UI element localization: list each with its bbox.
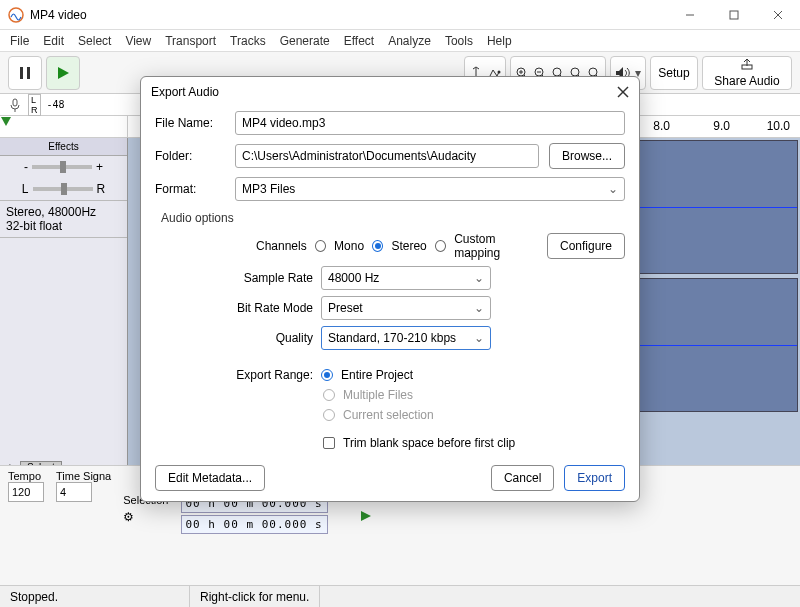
- ruler-tick: 8.0: [653, 119, 670, 133]
- svg-rect-5: [20, 67, 23, 79]
- filename-input[interactable]: [235, 111, 625, 135]
- svg-point-0: [9, 8, 23, 22]
- setup-label: Setup: [658, 66, 689, 80]
- svg-point-17: [553, 68, 561, 76]
- audio-options-label: Audio options: [161, 211, 625, 225]
- channels-label: Channels: [215, 239, 307, 253]
- menu-generate[interactable]: Generate: [280, 34, 330, 48]
- meter-value: -48: [47, 99, 65, 110]
- radio-current-selection: [323, 409, 335, 421]
- timesig-input[interactable]: [56, 482, 92, 502]
- radio-custom[interactable]: [435, 240, 446, 252]
- selection-end-time[interactable]: 00 h 00 m 00.000 s: [181, 515, 328, 534]
- radio-multiple-files: [323, 389, 335, 401]
- radio-stereo[interactable]: [372, 240, 383, 252]
- edit-metadata-button[interactable]: Edit Metadata...: [155, 465, 265, 491]
- track-panel[interactable]: Effects - + L R Stereo, 48000Hz 32-bit f…: [0, 138, 128, 478]
- format-label: Format:: [155, 182, 225, 196]
- mini-play-icon[interactable]: [360, 510, 372, 522]
- play-button[interactable]: [46, 56, 80, 90]
- maximize-button[interactable]: [712, 0, 756, 30]
- svg-marker-26: [361, 511, 371, 521]
- gear-icon[interactable]: ⚙: [123, 510, 134, 524]
- menu-view[interactable]: View: [125, 34, 151, 48]
- quality-select[interactable]: Standard, 170-210 kbps ⌄: [321, 326, 491, 350]
- folder-input[interactable]: [235, 144, 539, 168]
- share-audio-button[interactable]: Share Audio: [702, 56, 792, 90]
- audio-setup-button[interactable]: Setup: [650, 56, 698, 90]
- export-button[interactable]: Export: [564, 465, 625, 491]
- chevron-down-icon: ⌄: [474, 301, 484, 315]
- svg-marker-7: [58, 67, 69, 79]
- pan-slider[interactable]: L R: [0, 178, 127, 200]
- ruler-tick: 9.0: [713, 119, 730, 133]
- dialog-title: Export Audio: [151, 85, 219, 99]
- menubar: File Edit Select View Transport Tracks G…: [0, 30, 800, 52]
- status-right: Right-click for menu.: [190, 586, 320, 607]
- radio-mono[interactable]: [315, 240, 326, 252]
- menu-select[interactable]: Select: [78, 34, 111, 48]
- svg-rect-24: [13, 99, 17, 106]
- audio-clip-right[interactable]: [628, 278, 798, 412]
- close-button[interactable]: [756, 0, 800, 30]
- quality-label: Quality: [215, 331, 313, 345]
- audio-clip-left[interactable]: [628, 140, 798, 274]
- titlebar: MP4 video: [0, 0, 800, 30]
- mic-icon[interactable]: [8, 98, 22, 112]
- svg-rect-2: [730, 11, 738, 19]
- status-left: Stopped.: [0, 586, 190, 607]
- meter-lr: LR: [28, 94, 41, 116]
- effects-header[interactable]: Effects: [0, 138, 127, 156]
- playhead-icon[interactable]: [0, 116, 12, 128]
- menu-edit[interactable]: Edit: [43, 34, 64, 48]
- status-bar: Stopped. Right-click for menu.: [0, 585, 800, 607]
- radio-entire-project[interactable]: [321, 369, 333, 381]
- share-icon: [740, 58, 754, 70]
- bitratemode-label: Bit Rate Mode: [215, 301, 313, 315]
- menu-analyze[interactable]: Analyze: [388, 34, 431, 48]
- minimize-button[interactable]: [668, 0, 712, 30]
- menu-transport[interactable]: Transport: [165, 34, 216, 48]
- tempo-input[interactable]: [8, 482, 44, 502]
- share-label: Share Audio: [714, 74, 779, 88]
- menu-help[interactable]: Help: [487, 34, 512, 48]
- menu-effect[interactable]: Effect: [344, 34, 374, 48]
- export-audio-dialog: Export Audio File Name: Folder: Browse..…: [140, 76, 640, 502]
- track-info: Stereo, 48000Hz 32-bit float: [0, 200, 127, 238]
- gain-slider[interactable]: - +: [0, 156, 127, 178]
- svg-point-19: [571, 68, 579, 76]
- samplerate-select[interactable]: 48000 Hz ⌄: [321, 266, 491, 290]
- export-range-label: Export Range:: [195, 368, 313, 382]
- filename-label: File Name:: [155, 116, 225, 130]
- svg-marker-25: [1, 117, 11, 126]
- chevron-down-icon: ⌄: [474, 331, 484, 345]
- tempo-label: Tempo: [8, 470, 44, 482]
- bitratemode-select[interactable]: Preset ⌄: [321, 296, 491, 320]
- ruler-tick: 10.0: [767, 119, 790, 133]
- cancel-button[interactable]: Cancel: [491, 465, 554, 491]
- chevron-down-icon: ⌄: [608, 182, 618, 196]
- app-logo-icon: [8, 7, 24, 23]
- folder-label: Folder:: [155, 149, 225, 163]
- timesig-label: Time Signa: [56, 470, 111, 482]
- svg-point-21: [589, 68, 597, 76]
- chevron-down-icon: ⌄: [474, 271, 484, 285]
- window-title: MP4 video: [30, 8, 668, 22]
- menu-file[interactable]: File: [10, 34, 29, 48]
- pause-button[interactable]: [8, 56, 42, 90]
- browse-button[interactable]: Browse...: [549, 143, 625, 169]
- format-select[interactable]: MP3 Files ⌄: [235, 177, 625, 201]
- trim-checkbox[interactable]: [323, 437, 335, 449]
- samplerate-label: Sample Rate: [215, 271, 313, 285]
- menu-tools[interactable]: Tools: [445, 34, 473, 48]
- svg-point-9: [498, 70, 501, 73]
- menu-tracks[interactable]: Tracks: [230, 34, 266, 48]
- svg-rect-6: [27, 67, 30, 79]
- dialog-close-button[interactable]: [617, 86, 629, 98]
- configure-button[interactable]: Configure: [547, 233, 625, 259]
